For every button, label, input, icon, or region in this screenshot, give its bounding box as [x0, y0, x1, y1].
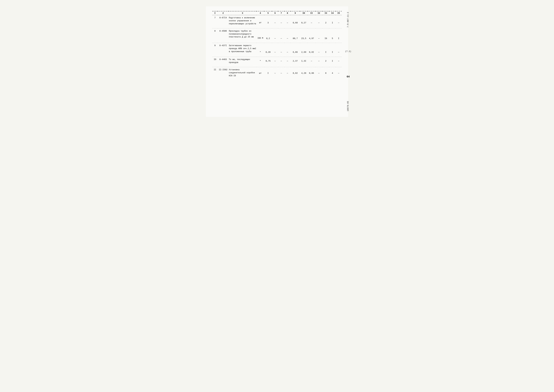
- row-col5: 0,2: [264, 28, 272, 41]
- table-row: II II-I592 Установка соединительной коро…: [212, 67, 342, 78]
- row-col12: —: [315, 57, 322, 65]
- row-code: II-I592: [218, 67, 229, 78]
- row-col14: 4: [329, 67, 335, 78]
- row-col9: 2,37: [291, 57, 300, 65]
- header-col-4: 4: [256, 11, 264, 15]
- row-code: 8-4500: [218, 28, 229, 41]
- row-col9: 0,60: [291, 15, 300, 26]
- row-code: 8-67I4: [218, 15, 229, 26]
- row-col12: —: [315, 67, 322, 78]
- row-description: Подготовка к включению кнопок управления…: [229, 15, 256, 26]
- row-col11: —: [308, 57, 315, 65]
- table-row: 7 8-67I4 Подготовка к включению кнопок у…: [212, 15, 342, 26]
- row-col14: 5: [329, 28, 335, 41]
- table-wrapper: I 2 3 4 5 6 7 8 9 IO II I2 I3 I4 I5: [212, 11, 342, 78]
- main-table: I 2 3 4 5 6 7 8 9 IO II I2 I3 I4 I5: [212, 11, 342, 78]
- top-annotation: 7-П-807-11-2: [347, 12, 349, 27]
- row-col10: I,3I: [300, 57, 308, 65]
- row-col8: —: [284, 43, 291, 54]
- row-col8: —: [284, 28, 291, 41]
- row-num: IO: [212, 57, 218, 65]
- page-number: 64: [347, 75, 350, 78]
- right-annotations: 7-П-807-11-2 (7.1) 64 18078-05: [345, 12, 351, 111]
- table-row: 9 8-437I Затягивание первого провода АПВ…: [212, 43, 342, 54]
- row-col12: —: [315, 43, 322, 54]
- row-col5: I: [264, 67, 272, 78]
- row-col13: 8: [322, 67, 329, 78]
- row-col9: 8,02: [291, 67, 300, 78]
- row-col14: I: [329, 15, 335, 26]
- row-col6: —: [272, 57, 278, 65]
- row-col6: —: [272, 43, 278, 54]
- table-header-row: I 2 3 4 5 6 7 8 9 IO II I2 I3 I4 I5: [212, 11, 342, 15]
- row-col10: 0,27: [300, 15, 308, 26]
- row-col12: —: [315, 15, 322, 26]
- row-col7: —: [278, 15, 284, 26]
- header-col-13: I3: [322, 11, 329, 15]
- row-col9: 80,7: [291, 28, 300, 41]
- row-col10: 4,28: [300, 67, 308, 78]
- row-col15: I: [336, 28, 342, 41]
- row-col7: —: [278, 67, 284, 78]
- row-col8: —: [284, 15, 291, 26]
- row-col7: —: [278, 57, 284, 65]
- row-col13: I6: [322, 28, 329, 41]
- header-col-8: 8: [284, 11, 291, 15]
- row-col5: 0,75: [264, 57, 272, 65]
- row-description: То же, последующих проводов: [229, 57, 256, 65]
- row-description: Установка соединительной коробки КСК-I6: [229, 67, 256, 78]
- row-num: 9: [212, 43, 218, 54]
- header-col-12: I2: [315, 11, 322, 15]
- row-col14: I: [329, 57, 335, 65]
- row-unit: шт: [256, 67, 264, 78]
- row-col5: 0,20: [264, 43, 272, 54]
- row-description: Затягивание первого провода АПВ сеч.2,5 …: [229, 43, 256, 54]
- table-row: 8 8-4500 Прокладка трубок из поливинилхл…: [212, 28, 342, 41]
- header-col-2: 2: [218, 11, 229, 15]
- row-unit: ": [256, 57, 264, 65]
- row-col15: —: [336, 15, 342, 26]
- spacer-row: [212, 54, 342, 57]
- row-col12: —: [315, 28, 322, 41]
- row-col6: —: [272, 28, 278, 41]
- row-num: 8: [212, 28, 218, 41]
- row-unit: шт: [256, 15, 264, 26]
- header-col-3: 3: [229, 11, 256, 15]
- row-num: II: [212, 67, 218, 78]
- row-col13: I: [322, 43, 329, 54]
- bottom-annotation: 18078-05: [347, 101, 349, 111]
- row-col5: 3: [264, 15, 272, 26]
- header-col-14: I4: [329, 11, 335, 15]
- header-col-15: I5: [336, 11, 342, 15]
- spacer-row: [212, 26, 342, 28]
- row-col10: 2,69: [300, 43, 308, 54]
- header-col-5: 5: [264, 11, 272, 15]
- row-col8: —: [284, 57, 291, 65]
- row-col7: —: [278, 28, 284, 41]
- table-row: IO 8-4403 То же, последующих проводов " …: [212, 57, 342, 65]
- row-col6: —: [272, 67, 278, 78]
- row-col11: 0,8I: [308, 43, 315, 54]
- row-col9: 6,86: [291, 43, 300, 54]
- row-col10: 23,5: [300, 28, 308, 41]
- row-col11: 0,06: [308, 67, 315, 78]
- middle-annotation: (7.1): [345, 50, 351, 53]
- spacer-row: [212, 65, 342, 67]
- row-code: 8-4403: [218, 57, 229, 65]
- header-col-10: IO: [300, 11, 308, 15]
- row-col15: —: [336, 43, 342, 54]
- row-code: 8-437I: [218, 43, 229, 54]
- row-col7: —: [278, 43, 284, 54]
- spacer-row: [212, 41, 342, 43]
- row-col11: 4,97: [308, 28, 315, 41]
- row-col6: —: [272, 15, 278, 26]
- row-col11: —: [308, 15, 315, 26]
- header-col-9: 9: [291, 11, 300, 15]
- row-col14: I: [329, 43, 335, 54]
- row-unit: IOO М: [256, 28, 264, 41]
- row-unit: ": [256, 43, 264, 54]
- row-num: 7: [212, 15, 218, 26]
- row-col15: —: [336, 67, 342, 78]
- header-col-1: I: [212, 11, 218, 15]
- row-col8: —: [284, 67, 291, 78]
